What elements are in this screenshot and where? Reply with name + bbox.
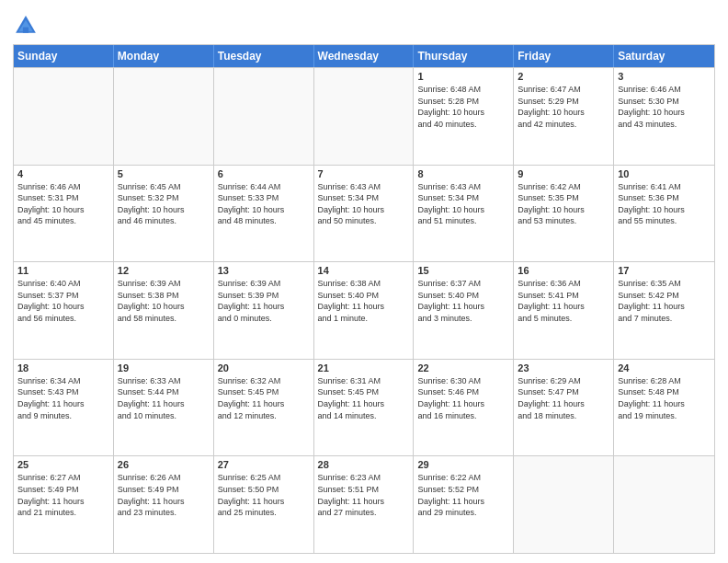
calendar-cell: 24Sunrise: 6:28 AM Sunset: 5:48 PM Dayli…: [614, 360, 714, 456]
cell-info: Sunrise: 6:38 AM Sunset: 5:40 PM Dayligh…: [318, 278, 410, 324]
cell-info: Sunrise: 6:45 AM Sunset: 5:32 PM Dayligh…: [118, 181, 210, 227]
day-number: 20: [218, 362, 310, 373]
calendar-cell: 15Sunrise: 6:37 AM Sunset: 5:40 PM Dayli…: [414, 262, 514, 359]
day-number: 22: [417, 362, 509, 373]
calendar-cell: 18Sunrise: 6:34 AM Sunset: 5:43 PM Dayli…: [14, 360, 114, 456]
cell-info: Sunrise: 6:44 AM Sunset: 5:33 PM Dayligh…: [218, 181, 310, 227]
calendar-cell: 14Sunrise: 6:38 AM Sunset: 5:40 PM Dayli…: [314, 262, 415, 359]
day-number: 15: [417, 265, 509, 276]
cell-info: Sunrise: 6:42 AM Sunset: 5:35 PM Dayligh…: [518, 181, 609, 227]
cell-info: Sunrise: 6:40 AM Sunset: 5:37 PM Dayligh…: [17, 278, 109, 324]
day-number: 25: [17, 459, 109, 470]
calendar-header-cell: Saturday: [614, 45, 714, 67]
calendar-cell: 21Sunrise: 6:31 AM Sunset: 5:45 PM Dayli…: [314, 360, 415, 456]
day-number: 9: [518, 168, 609, 179]
day-number: 29: [417, 459, 509, 470]
calendar-cell: [514, 456, 614, 553]
day-number: 17: [618, 265, 711, 276]
calendar-week-row: 11Sunrise: 6:40 AM Sunset: 5:37 PM Dayli…: [14, 261, 714, 359]
calendar-cell: 7Sunrise: 6:43 AM Sunset: 5:34 PM Daylig…: [314, 166, 415, 262]
day-number: 26: [118, 459, 210, 470]
cell-info: Sunrise: 6:37 AM Sunset: 5:40 PM Dayligh…: [417, 278, 509, 324]
day-number: 14: [318, 265, 410, 276]
calendar-cell: 11Sunrise: 6:40 AM Sunset: 5:37 PM Dayli…: [14, 262, 114, 359]
calendar-cell: 6Sunrise: 6:44 AM Sunset: 5:33 PM Daylig…: [214, 166, 314, 262]
calendar-cell: 13Sunrise: 6:39 AM Sunset: 5:39 PM Dayli…: [214, 262, 314, 359]
calendar-cell: 9Sunrise: 6:42 AM Sunset: 5:35 PM Daylig…: [514, 166, 614, 262]
calendar-cell: 3Sunrise: 6:46 AM Sunset: 5:30 PM Daylig…: [614, 68, 714, 165]
day-number: 23: [518, 362, 609, 373]
calendar: SundayMondayTuesdayWednesdayThursdayFrid…: [13, 44, 715, 554]
calendar-cell: 26Sunrise: 6:26 AM Sunset: 5:49 PM Dayli…: [114, 456, 214, 553]
calendar-cell: 22Sunrise: 6:30 AM Sunset: 5:46 PM Dayli…: [414, 360, 514, 456]
calendar-cell: 28Sunrise: 6:23 AM Sunset: 5:51 PM Dayli…: [314, 456, 415, 553]
day-number: 7: [318, 168, 410, 179]
calendar-cell: 5Sunrise: 6:45 AM Sunset: 5:32 PM Daylig…: [114, 166, 214, 262]
day-number: 10: [618, 168, 711, 179]
day-number: 24: [618, 362, 711, 373]
calendar-cell: 27Sunrise: 6:25 AM Sunset: 5:50 PM Dayli…: [214, 456, 314, 553]
calendar-cell: 19Sunrise: 6:33 AM Sunset: 5:44 PM Dayli…: [114, 360, 214, 456]
calendar-body: 1Sunrise: 6:48 AM Sunset: 5:28 PM Daylig…: [14, 67, 714, 553]
day-number: 11: [17, 265, 109, 276]
calendar-cell: [114, 68, 214, 165]
day-number: 8: [417, 168, 509, 179]
cell-info: Sunrise: 6:43 AM Sunset: 5:34 PM Dayligh…: [318, 181, 410, 227]
cell-info: Sunrise: 6:29 AM Sunset: 5:47 PM Dayligh…: [518, 375, 609, 421]
cell-info: Sunrise: 6:35 AM Sunset: 5:42 PM Dayligh…: [618, 278, 711, 324]
cell-info: Sunrise: 6:25 AM Sunset: 5:50 PM Dayligh…: [218, 472, 310, 518]
calendar-cell: 25Sunrise: 6:27 AM Sunset: 5:49 PM Dayli…: [14, 456, 114, 553]
header: [13, 9, 715, 39]
calendar-cell: [214, 68, 314, 165]
calendar-cell: 12Sunrise: 6:39 AM Sunset: 5:38 PM Dayli…: [114, 262, 214, 359]
calendar-header-cell: Sunday: [14, 45, 114, 67]
calendar-header-cell: Thursday: [414, 45, 514, 67]
day-number: 12: [118, 265, 210, 276]
calendar-cell: [614, 456, 714, 553]
calendar-week-row: 18Sunrise: 6:34 AM Sunset: 5:43 PM Dayli…: [14, 359, 714, 456]
calendar-week-row: 1Sunrise: 6:48 AM Sunset: 5:28 PM Daylig…: [14, 67, 714, 165]
calendar-week-row: 25Sunrise: 6:27 AM Sunset: 5:49 PM Dayli…: [14, 455, 714, 553]
day-number: 3: [618, 71, 711, 82]
day-number: 13: [218, 265, 310, 276]
calendar-cell: [14, 68, 114, 165]
cell-info: Sunrise: 6:22 AM Sunset: 5:52 PM Dayligh…: [417, 472, 509, 518]
calendar-cell: 16Sunrise: 6:36 AM Sunset: 5:41 PM Dayli…: [514, 262, 614, 359]
cell-info: Sunrise: 6:39 AM Sunset: 5:38 PM Dayligh…: [118, 278, 210, 324]
day-number: 1: [417, 71, 509, 82]
calendar-cell: 10Sunrise: 6:41 AM Sunset: 5:36 PM Dayli…: [614, 166, 714, 262]
cell-info: Sunrise: 6:36 AM Sunset: 5:41 PM Dayligh…: [518, 278, 609, 324]
cell-info: Sunrise: 6:43 AM Sunset: 5:34 PM Dayligh…: [417, 181, 509, 227]
cell-info: Sunrise: 6:39 AM Sunset: 5:39 PM Dayligh…: [218, 278, 310, 324]
day-number: 21: [318, 362, 410, 373]
logo: [13, 13, 40, 39]
page: SundayMondayTuesdayWednesdayThursdayFrid…: [0, 0, 728, 563]
calendar-cell: 8Sunrise: 6:43 AM Sunset: 5:34 PM Daylig…: [414, 166, 514, 262]
cell-info: Sunrise: 6:41 AM Sunset: 5:36 PM Dayligh…: [618, 181, 711, 227]
calendar-header-cell: Monday: [114, 45, 214, 67]
day-number: 2: [518, 71, 609, 82]
calendar-cell: 20Sunrise: 6:32 AM Sunset: 5:45 PM Dayli…: [214, 360, 314, 456]
cell-info: Sunrise: 6:34 AM Sunset: 5:43 PM Dayligh…: [17, 375, 109, 421]
calendar-cell: 29Sunrise: 6:22 AM Sunset: 5:52 PM Dayli…: [414, 456, 514, 553]
calendar-header-cell: Tuesday: [214, 45, 314, 67]
cell-info: Sunrise: 6:48 AM Sunset: 5:28 PM Dayligh…: [417, 84, 509, 130]
day-number: 19: [118, 362, 210, 373]
calendar-cell: 1Sunrise: 6:48 AM Sunset: 5:28 PM Daylig…: [414, 68, 514, 165]
cell-info: Sunrise: 6:46 AM Sunset: 5:30 PM Dayligh…: [618, 84, 711, 130]
day-number: 18: [17, 362, 109, 373]
day-number: 5: [118, 168, 210, 179]
calendar-cell: 4Sunrise: 6:46 AM Sunset: 5:31 PM Daylig…: [14, 166, 114, 262]
calendar-cell: [314, 68, 415, 165]
cell-info: Sunrise: 6:32 AM Sunset: 5:45 PM Dayligh…: [218, 375, 310, 421]
calendar-header-row: SundayMondayTuesdayWednesdayThursdayFrid…: [14, 45, 714, 67]
day-number: 16: [518, 265, 609, 276]
calendar-cell: 23Sunrise: 6:29 AM Sunset: 5:47 PM Dayli…: [514, 360, 614, 456]
calendar-week-row: 4Sunrise: 6:46 AM Sunset: 5:31 PM Daylig…: [14, 165, 714, 262]
calendar-header-cell: Friday: [514, 45, 614, 67]
cell-info: Sunrise: 6:47 AM Sunset: 5:29 PM Dayligh…: [518, 84, 609, 130]
cell-info: Sunrise: 6:27 AM Sunset: 5:49 PM Dayligh…: [17, 472, 109, 518]
logo-icon: [13, 13, 39, 39]
day-number: 28: [318, 459, 410, 470]
day-number: 27: [218, 459, 310, 470]
